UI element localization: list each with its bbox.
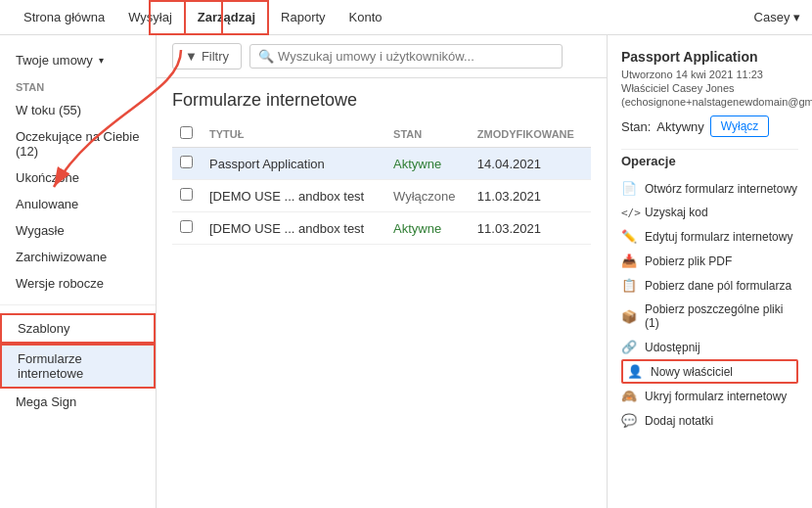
sidebar-item-anulowane[interactable]: Anulowane: [0, 191, 156, 217]
col-title: TYTUŁ: [202, 120, 385, 148]
col-checkbox: [172, 120, 202, 148]
row-modified-1: 14.04.2021: [470, 148, 591, 180]
panel-status-row: Stan: Aktywny Wyłącz: [621, 115, 798, 137]
op-new-owner-label: Nowy właściciel: [651, 365, 733, 379]
right-panel: Passport Application Utworzono 14 kwi 20…: [607, 35, 812, 508]
files-icon: 📦: [621, 309, 637, 324]
sidebar-item-ukonczone[interactable]: Ukończone: [0, 164, 156, 191]
op-code[interactable]: </> Uzyskaj kod: [621, 201, 798, 224]
op-notes-label: Dodaj notatki: [645, 414, 713, 428]
search-icon: 🔍: [258, 49, 274, 64]
user-menu[interactable]: Casey ▾: [754, 10, 800, 24]
op-pdf[interactable]: 📥 Pobierz plik PDF: [621, 249, 798, 273]
edit-icon: ✏️: [621, 229, 637, 244]
nav-konto[interactable]: Konto: [338, 0, 394, 35]
sidebar-item-oczekujace[interactable]: Oczekujące na Ciebie (12): [0, 123, 156, 164]
row-title-1: Passport Application: [202, 148, 385, 180]
sidebar-item-wygasle[interactable]: Wygasłe: [0, 217, 156, 244]
table-row[interactable]: [DEMO USE ... andbox test Wyłączone 11.0…: [172, 180, 591, 212]
owner-icon: 👤: [627, 364, 643, 379]
main-layout: Twoje umowy ▾ STAN W toku (55) Oczekując…: [0, 35, 812, 508]
row-title-3: [DEMO USE ... andbox test: [202, 212, 385, 245]
sidebar: Twoje umowy ▾ STAN W toku (55) Oczekując…: [0, 35, 157, 508]
table-area: Formularze internetowe TYTUŁ STAN ZMODYF…: [157, 78, 607, 508]
row-modified-2: 11.03.2021: [470, 180, 591, 212]
row-checkbox-2[interactable]: [180, 188, 193, 201]
table-row[interactable]: [DEMO USE ... andbox test Aktywne 11.03.…: [172, 212, 591, 245]
top-nav: Strona główna Wysyłaj Zarządzaj Raporty …: [0, 0, 812, 35]
search-input[interactable]: [278, 49, 554, 64]
filter-button[interactable]: ▼ Filtry: [172, 43, 242, 69]
form-data-icon: 📋: [621, 278, 637, 293]
op-code-label: Uzyskaj kod: [645, 206, 708, 219]
table-row[interactable]: Passport Application Aktywne 14.04.2021: [172, 148, 591, 180]
nav-strona-glowna[interactable]: Strona główna: [12, 0, 116, 35]
col-modified: ZMODYFIKOWANE: [470, 120, 591, 148]
row-status-3: Aktywne: [385, 212, 470, 245]
forms-table: TYTUŁ STAN ZMODYFIKOWANE Passport Applic…: [172, 120, 591, 245]
op-form-data[interactable]: 📋 Pobierz dane pól formularza: [621, 273, 798, 298]
sidebar-item-mega-sign[interactable]: Mega Sign: [0, 389, 156, 415]
nav-wysylaj[interactable]: Wysyłaj: [116, 0, 184, 35]
row-title-2: [DEMO USE ... andbox test: [202, 180, 385, 212]
op-form-data-label: Pobierz dane pól formularza: [645, 279, 791, 293]
select-all-checkbox[interactable]: [180, 126, 193, 139]
op-hide[interactable]: 🙈 Ukryj formularz internetowy: [621, 384, 798, 408]
op-hide-label: Ukryj formularz internetowy: [645, 390, 787, 403]
panel-meta-created: Utworzono 14 kwi 2021 11:23: [621, 69, 798, 80]
nav-zarzadzaj[interactable]: Zarządzaj: [184, 0, 269, 35]
operations-title: Operacje: [621, 154, 798, 168]
sidebar-item-robocze[interactable]: Wersje robocze: [0, 270, 156, 297]
status-label: Stan:: [621, 119, 651, 134]
status-value: Aktywny: [656, 119, 703, 134]
chevron-down-icon: ▾: [99, 55, 104, 66]
nav-raporty[interactable]: Raporty: [269, 0, 338, 35]
hide-icon: 🙈: [621, 389, 637, 403]
row-status-1: Aktywne: [385, 148, 470, 180]
op-new-owner[interactable]: 👤 Nowy właściciel: [621, 359, 798, 384]
sidebar-group-label: Twoje umowy: [16, 53, 93, 68]
panel-meta-owner: Właściciel Casey Jones: [621, 82, 798, 94]
row-status-2: Wyłączone: [385, 180, 470, 212]
op-files-label: Pobierz poszczególne pliki (1): [645, 302, 798, 330]
panel-meta-email: (echosignone+nalstagenewdomain@gmail.com…: [621, 96, 798, 108]
panel-title: Passport Application: [621, 49, 798, 65]
sidebar-item-zarchiwizowane[interactable]: Zarchiwizowane: [0, 244, 156, 270]
notes-icon: 💬: [621, 413, 637, 428]
filter-label: Filtry: [202, 49, 229, 64]
filter-icon: ▼: [185, 49, 198, 64]
search-wrap: 🔍: [249, 44, 563, 69]
row-checkbox-1[interactable]: [180, 156, 193, 168]
sidebar-section-stan: STAN: [0, 73, 156, 97]
op-open-label: Otwórz formularz internetowy: [645, 182, 797, 196]
col-status: STAN: [385, 120, 470, 148]
op-open[interactable]: 📄 Otwórz formularz internetowy: [621, 176, 798, 201]
op-pdf-label: Pobierz plik PDF: [645, 254, 732, 268]
op-notes[interactable]: 💬 Dodaj notatki: [621, 408, 798, 433]
pdf-icon: 📥: [621, 254, 637, 268]
code-icon: </>: [621, 207, 637, 219]
sidebar-item-formularze[interactable]: Formularze internetowe: [0, 344, 156, 389]
nav-left: Strona główna Wysyłaj Zarządzaj Raporty …: [12, 0, 394, 35]
sidebar-item-w-toku[interactable]: W toku (55): [0, 97, 156, 123]
op-edit-label: Edytuj formularz internetowy: [645, 230, 792, 244]
op-share-label: Udostępnij: [645, 341, 700, 354]
op-edit[interactable]: ✏️ Edytuj formularz internetowy: [621, 224, 798, 249]
deactivate-button[interactable]: Wyłącz: [710, 115, 770, 137]
op-files[interactable]: 📦 Pobierz poszczególne pliki (1): [621, 298, 798, 335]
page-title: Formularze internetowe: [172, 90, 591, 111]
op-share[interactable]: 🔗 Udostępnij: [621, 335, 798, 359]
sidebar-item-szablony[interactable]: Szablony: [0, 313, 156, 344]
open-form-icon: 📄: [621, 181, 637, 196]
sidebar-group-umowy[interactable]: Twoje umowy ▾: [0, 47, 156, 73]
toolbar: ▼ Filtry 🔍: [157, 35, 607, 78]
share-icon: 🔗: [621, 340, 637, 354]
main-content: ▼ Filtry 🔍 Formularze internetowe TYTUŁ: [157, 35, 607, 508]
row-checkbox-3[interactable]: [180, 220, 193, 233]
row-modified-3: 11.03.2021: [470, 212, 591, 245]
